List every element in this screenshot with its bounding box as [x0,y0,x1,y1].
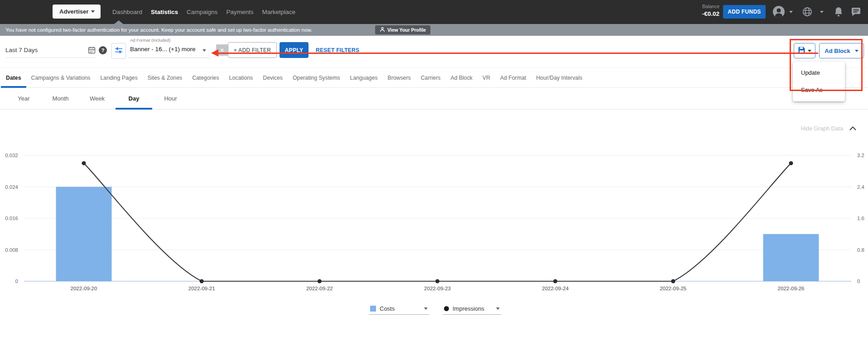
bell-icon [834,6,843,18]
impressions-line [84,163,791,281]
costs-bar[interactable] [763,234,819,281]
left-axis-tick: 0.016 [5,216,18,221]
apply-button[interactable]: APPLY [280,42,309,58]
subtab-week[interactable]: Week [79,88,116,109]
impressions-point[interactable] [435,279,439,283]
tab-ad-block[interactable]: Ad Block [445,68,477,87]
impressions-point[interactable] [82,161,86,165]
ad-format-filter-label: Ad Format (Included) [130,38,170,43]
save-caret-icon [808,50,811,52]
tab-dates[interactable]: Dates [1,68,26,87]
chevron-up-icon [849,125,856,132]
x-axis-label: 2022-09-21 [188,286,215,291]
add-funds-button[interactable]: ADD FUNDS [723,5,766,19]
costs-legend-label: Costs [380,305,395,312]
tab-operating-systems[interactable]: Operating Systems [288,68,345,87]
impressions-point[interactable] [789,161,793,165]
balance-value: -€0.02 [662,10,719,18]
impressions-point[interactable] [200,279,204,283]
ad-block-caret-icon [855,50,858,52]
tab-vr[interactable]: VR [477,68,495,87]
view-profile-button[interactable]: View Your Profile [375,25,430,34]
profile-caret-icon[interactable] [789,11,793,13]
view-profile-label: View Your Profile [387,27,426,33]
tab-carriers[interactable]: Carriers [416,68,446,87]
person-icon [380,27,385,33]
save-dropdown-menu: Update Save As [793,62,845,101]
calendar-button[interactable] [88,46,96,55]
reset-filters-link[interactable]: RESET FILTERS [316,47,359,53]
impressions-legend-label: Impressions [453,305,484,312]
hide-graph-label: Hide Graph Data [800,125,843,132]
tab-languages[interactable]: Languages [345,68,383,87]
user-icon [773,6,785,19]
tune-icon [114,46,123,56]
messages-button[interactable] [851,7,861,18]
nav-item-statistics[interactable]: Statistics [151,9,178,15]
notifications-button[interactable] [834,6,843,18]
impressions-caret-icon [496,307,500,310]
clear-filter-button[interactable]: × [216,44,228,56]
profile-avatar-button[interactable] [773,6,785,19]
nav-item-dashboard[interactable]: Dashboard [112,9,142,15]
chat-icon [851,7,861,18]
impressions-series-select[interactable]: Impressions [443,303,501,315]
filter-settings-button[interactable] [111,43,126,59]
costs-bar[interactable] [56,187,112,282]
nav-item-campaigns[interactable]: Campaigns [187,9,217,15]
nav-item-marketplace[interactable]: Marketplace [262,9,295,15]
calendar-icon [88,48,96,55]
globe-icon [802,6,813,19]
filter-bar: Last 7 Days ? Ad Format (Included) Banne… [0,36,868,68]
subtab-day[interactable]: Day [116,88,152,109]
right-axis-tick: 1.6 [857,216,864,221]
ad-format-filter-value[interactable]: Banner - 16... (+1) more [130,46,195,53]
tab-hour-day-intervals[interactable]: Hour/Day Intervals [531,68,587,87]
impressions-point[interactable] [671,279,675,283]
costs-marker-icon [370,306,376,312]
tab-campaigns-variations[interactable]: Campaigns & Variations [26,68,96,87]
nav-item-payments[interactable]: Payments [226,9,253,15]
warning-banner: You have not configured two-factor authe… [0,24,868,36]
main-nav: Dashboard Statistics Campaigns Payments … [112,0,295,24]
impressions-marker-icon [444,306,449,311]
advertiser-label: Advertiser [59,8,88,15]
x-axis-label: 2022-09-24 [542,286,569,291]
tab-landing-pages[interactable]: Landing Pages [96,68,143,87]
tab-ad-format[interactable]: Ad Format [495,68,531,87]
hide-graph-data-toggle[interactable]: Hide Graph Data [800,125,856,132]
advertiser-menu-button[interactable]: Advertiser [53,5,101,19]
language-globe-button[interactable] [802,6,813,19]
save-report-button[interactable] [794,43,815,58]
balance-display: Balance -€0.02 [662,4,719,18]
right-axis-tick: 2.4 [857,184,865,190]
tab-locations[interactable]: Locations [224,68,258,87]
tooltip-arrow [114,20,123,24]
costs-series-select[interactable]: Costs [369,303,429,315]
add-filter-button[interactable]: + ADD FILTER [228,42,277,58]
tab-categories[interactable]: Categories [187,68,224,87]
help-icon[interactable]: ? [99,46,107,54]
x-axis-label: 2022-09-22 [306,286,333,291]
tab-devices[interactable]: Devices [258,68,288,87]
x-axis-label: 2022-09-23 [424,286,451,291]
chevron-down-icon [91,10,95,13]
warning-message: You have not configured two-factor authe… [5,24,312,36]
subtab-year[interactable]: Year [5,88,42,109]
menu-item-update[interactable]: Update [793,64,845,82]
left-axis-tick: 0 [15,279,18,284]
impressions-point[interactable] [318,279,322,283]
ad-format-caret-icon[interactable] [203,49,206,52]
date-range-select[interactable]: Last 7 Days [5,47,38,53]
time-granularity-tabs: Year Month Week Day Hour [0,88,868,110]
menu-item-save-as[interactable]: Save As [793,82,845,99]
impressions-point[interactable] [553,279,557,283]
subtab-hour[interactable]: Hour [152,88,189,109]
language-caret-icon[interactable] [820,11,824,13]
left-axis-tick: 0.032 [5,153,18,158]
subtab-month[interactable]: Month [42,88,79,109]
ad-block-dropdown-button[interactable]: Ad Block [819,43,864,58]
tab-browsers[interactable]: Browsers [382,68,415,87]
right-axis-tick: 0.8 [857,247,864,253]
tab-sites-zones[interactable]: Sites & Zones [143,68,188,87]
